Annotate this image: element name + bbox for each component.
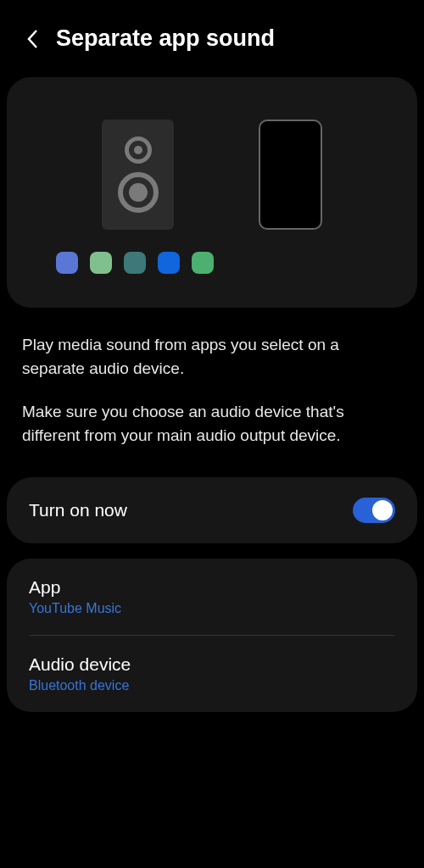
audio-dot-icon bbox=[56, 252, 78, 274]
turn-on-row[interactable]: Turn on now bbox=[7, 477, 417, 543]
audio-dot-icon bbox=[158, 252, 180, 274]
dots-row bbox=[32, 252, 392, 274]
turn-on-toggle[interactable] bbox=[353, 498, 395, 523]
settings-card: App YouTube Music Audio device Bluetooth… bbox=[7, 559, 417, 712]
devices-row bbox=[32, 120, 392, 230]
description-para-1: Play media sound from apps you select on… bbox=[22, 333, 402, 380]
audio-dot-icon bbox=[124, 252, 146, 274]
audio-device-setting-title: Audio device bbox=[29, 654, 395, 675]
audio-device-setting-value: Bluetooth device bbox=[29, 678, 395, 693]
audio-dot-icon bbox=[192, 252, 214, 274]
speaker-icon bbox=[102, 120, 174, 230]
app-setting-value: YouTube Music bbox=[29, 601, 395, 616]
page-title: Separate app sound bbox=[56, 25, 275, 52]
back-icon[interactable] bbox=[25, 27, 39, 51]
audio-dot-icon bbox=[90, 252, 112, 274]
phone-icon bbox=[259, 120, 322, 230]
description-para-2: Make sure you choose an audio device tha… bbox=[22, 400, 402, 447]
turn-on-label: Turn on now bbox=[29, 500, 127, 520]
app-setting-row[interactable]: App YouTube Music bbox=[7, 559, 417, 635]
header: Separate app sound bbox=[0, 0, 424, 69]
illustration-card bbox=[7, 77, 417, 308]
audio-device-setting-row[interactable]: Audio device Bluetooth device bbox=[7, 636, 417, 712]
app-setting-title: App bbox=[29, 577, 395, 598]
description-text: Play media sound from apps you select on… bbox=[0, 308, 424, 472]
